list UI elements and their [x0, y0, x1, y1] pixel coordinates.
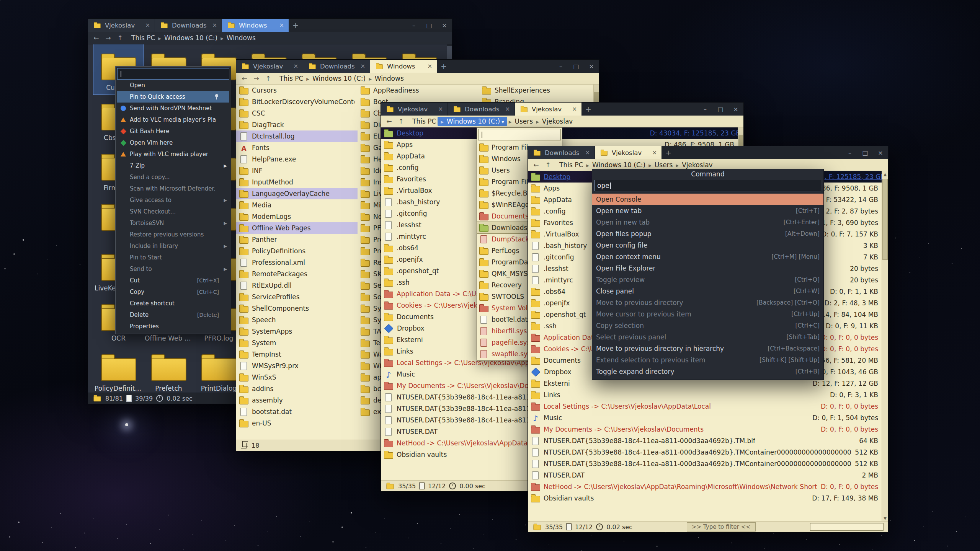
- command-item[interactable]: Open new tab [Ctrl+T]: [592, 205, 823, 217]
- filter-input[interactable]: [810, 523, 884, 531]
- tab[interactable]: Windows: [222, 19, 289, 32]
- tab[interactable]: Vjekoslav: [236, 60, 303, 73]
- file-row[interactable]: SystemApps: [236, 326, 358, 337]
- file-row[interactable]: DiagTrack: [236, 119, 358, 130]
- tab[interactable]: Windows: [370, 60, 437, 73]
- file-row[interactable]: addins: [236, 383, 358, 395]
- menu-item[interactable]: SVN Checkout...: [117, 206, 229, 217]
- menu-item[interactable]: Properties: [117, 321, 229, 332]
- breadcrumb-item[interactable]: Users: [647, 161, 674, 169]
- breadcrumb-item[interactable]: Windows 10 (C:): [157, 34, 219, 42]
- command-item[interactable]: Move to previous directory [Backspace] […: [592, 297, 823, 308]
- folder-item[interactable]: PolicyDefinitions: [93, 345, 144, 393]
- command-item[interactable]: Move to previous directory in hierarchy …: [592, 343, 823, 354]
- breadcrumb-item[interactable]: Windows: [367, 74, 405, 83]
- close-button[interactable]: ×: [437, 19, 452, 32]
- up-button[interactable]: ↑: [396, 117, 406, 126]
- file-row[interactable]: RtlExUpd.dll: [236, 280, 358, 291]
- forward-button[interactable]: →: [251, 74, 261, 83]
- menu-item[interactable]: Send to: [117, 263, 229, 275]
- file-row[interactable]: My Documents -> C:\Users\Vjekoslav\Docum…: [528, 424, 881, 435]
- up-button[interactable]: ↑: [543, 160, 553, 170]
- menu-item[interactable]: Git Bash Here: [117, 126, 229, 137]
- new-tab-button[interactable]: +: [582, 103, 595, 116]
- file-row[interactable]: en-US: [236, 417, 358, 429]
- file-row[interactable]: INF: [236, 165, 358, 176]
- command-item[interactable]: Open in new tab [Ctrl+Enter]: [592, 217, 823, 228]
- tab-close-icon[interactable]: [293, 63, 298, 70]
- file-row[interactable]: Music D: 0, F: 1, 504 bytes: [528, 412, 881, 424]
- tab[interactable]: Vjekoslav: [515, 103, 582, 116]
- command-item[interactable]: Close panel [Ctrl+W]: [592, 285, 823, 297]
- back-button[interactable]: ←: [384, 117, 394, 126]
- tab[interactable]: Vjekoslav: [88, 19, 155, 32]
- file-row[interactable]: NTUSER.DAT 2 MB: [528, 469, 881, 481]
- scrollbar-thumb[interactable]: [882, 179, 888, 260]
- tab-close-icon[interactable]: [427, 63, 432, 70]
- menu-item[interactable]: Restore previous versions: [117, 229, 229, 240]
- tab[interactable]: Downloads: [303, 60, 370, 73]
- file-row[interactable]: RemotePackages: [236, 268, 358, 280]
- file-row[interactable]: ServiceProfiles: [236, 291, 358, 303]
- menu-item[interactable]: Play with VLC media player: [117, 148, 229, 160]
- tab-close-icon[interactable]: [145, 22, 150, 29]
- forward-button[interactable]: →: [103, 33, 113, 42]
- menu-item[interactable]: Pin to Start: [117, 252, 229, 263]
- titlebar[interactable]: Vjekoslav Downloads Windows + – □ ×: [236, 60, 599, 73]
- titlebar[interactable]: Vjekoslav Downloads Vjekoslav + – □ ×: [381, 103, 743, 116]
- tab-close-icon[interactable]: [279, 22, 284, 29]
- minimize-button[interactable]: –: [842, 146, 858, 159]
- tab[interactable]: Vjekoslav: [381, 103, 448, 116]
- menu-item[interactable]: Give access to: [117, 194, 229, 206]
- command-item[interactable]: Open files popup [Alt+Down]: [592, 228, 823, 240]
- tab[interactable]: Vjekoslav: [595, 146, 662, 159]
- menu-item[interactable]: Cut [Ctrl+X]: [117, 275, 229, 286]
- menu-item[interactable]: Send with NordVPN Meshnet: [117, 103, 229, 114]
- file-row[interactable]: Offline Web Pages: [236, 222, 358, 234]
- file-row[interactable]: DtcInstall.log: [236, 130, 358, 142]
- file-row[interactable]: WinSxS: [236, 372, 358, 383]
- menu-search-input[interactable]: [117, 68, 229, 80]
- file-row[interactable]: Professional.xml: [236, 257, 358, 268]
- file-row[interactable]: ModemLogs: [236, 211, 358, 222]
- tab[interactable]: Downloads: [448, 103, 515, 116]
- back-button[interactable]: ←: [531, 160, 541, 170]
- command-item[interactable]: Open context menu [Ctrl+M] [Menu]: [592, 251, 823, 262]
- file-row[interactable]: ShellComponents: [236, 303, 358, 314]
- scrollbar[interactable]: [882, 171, 888, 521]
- menu-item[interactable]: Delete [Delete]: [117, 309, 229, 321]
- command-item[interactable]: Open Console: [592, 194, 823, 205]
- command-input[interactable]: ope: [595, 180, 821, 191]
- tab[interactable]: Downloads: [528, 146, 595, 159]
- command-item[interactable]: Select previous panel [Shift+Tab]: [592, 331, 823, 343]
- breadcrumb-item[interactable]: This PC: [558, 161, 585, 169]
- tab-close-icon[interactable]: [505, 106, 510, 112]
- tab-close-icon[interactable]: [652, 149, 657, 156]
- breadcrumb-item[interactable]: This PC: [278, 74, 305, 83]
- breadcrumb-item[interactable]: Windows 10 (C:): [305, 74, 367, 83]
- file-row[interactable]: NTUSER.DAT{53b39e88-18c4-11ea-a811-000d3…: [528, 447, 881, 458]
- file-row[interactable]: NTUSER.DAT{53b39e88-18c4-11ea-a811-000d3…: [528, 435, 881, 447]
- menu-item[interactable]: Scan with Microsoft Defender...: [117, 183, 229, 194]
- file-row[interactable]: bootstat.dat: [236, 406, 358, 417]
- command-item[interactable]: Extend selection to previous item [Shift…: [592, 354, 823, 366]
- menu-item[interactable]: Copy [Ctrl+C]: [117, 286, 229, 298]
- tab-close-icon[interactable]: [212, 22, 217, 29]
- file-row[interactable]: Fonts: [236, 142, 358, 153]
- maximize-button[interactable]: □: [421, 19, 437, 32]
- close-button[interactable]: ×: [728, 103, 743, 116]
- close-button[interactable]: ×: [873, 146, 888, 159]
- close-button[interactable]: ×: [584, 60, 599, 73]
- tab-close-icon[interactable]: [572, 106, 577, 112]
- file-row[interactable]: HelpPane.exe: [236, 153, 358, 165]
- file-row[interactable]: ShellExperiences: [479, 85, 599, 96]
- tab-close-icon[interactable]: [360, 63, 365, 70]
- breadcrumb-item[interactable]: Windows 10 (C:): [438, 117, 507, 126]
- file-row[interactable]: Cursors: [236, 85, 358, 96]
- back-button[interactable]: ←: [91, 33, 101, 42]
- file-row[interactable]: Links D: 0, F: 3, 1 KB: [528, 389, 881, 401]
- command-item[interactable]: Copy selection [Ctrl+C]: [592, 320, 823, 331]
- file-row[interactable]: AppReadiness: [358, 85, 479, 96]
- scroll-up-arrow-icon[interactable]: [882, 171, 888, 177]
- new-tab-button[interactable]: +: [662, 146, 675, 159]
